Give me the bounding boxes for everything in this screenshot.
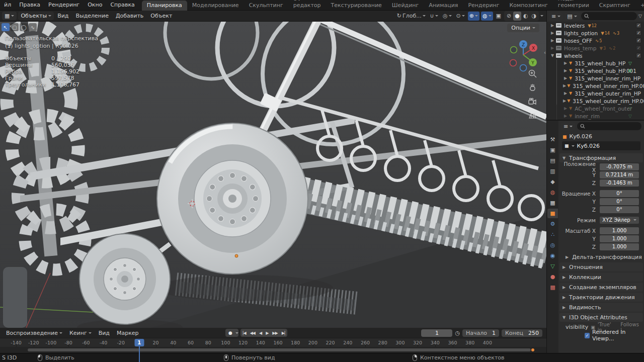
properties-editor-type-selector[interactable]: ≡ [561, 122, 575, 131]
outliner-item-name[interactable]: inner_rim [575, 113, 600, 119]
gizmo-minus-z-axis[interactable] [520, 65, 527, 71]
shading-wireframe[interactable]: ⊘ [505, 12, 513, 21]
collapse-arrow-icon[interactable]: ▶ [563, 99, 566, 103]
panel-header-коллекции[interactable]: ▶Коллекции [559, 273, 643, 282]
workspace-tab[interactable]: Анимация [424, 1, 463, 11]
visibility-checkbox[interactable]: ✓ [636, 30, 641, 36]
grid-ortho-icon[interactable] [528, 111, 537, 121]
output-tab-icon[interactable]: ▤ [547, 156, 558, 165]
rotation-x-field[interactable]: 0° [600, 190, 639, 197]
workspace-tab[interactable]: Планировка [142, 1, 187, 11]
next-keyframe-button[interactable]: ▶▶ [270, 331, 279, 335]
texture-tab-icon[interactable]: ▩ [547, 283, 558, 292]
jump-to-start-button[interactable]: |◀ [240, 331, 248, 335]
sidebar-collapse-arrow[interactable]: ‹ [544, 50, 546, 55]
outliner-row[interactable]: ▶▼AC_wheel_front_outer▽ [547, 105, 644, 112]
gizmo-minus-y-axis[interactable] [511, 47, 517, 53]
collection-tab-icon[interactable]: ▦ [547, 198, 558, 208]
workspace-tab[interactable]: Композитинг [505, 1, 553, 11]
collapse-arrow-icon[interactable]: ▶ [563, 91, 568, 96]
viewport-3d-scene[interactable]: ↖▢◯∿ Пользовательская перспектива (1) li… [0, 22, 546, 328]
scale-y-field[interactable]: 1.000 [600, 235, 639, 242]
menu-item[interactable]: Справка [106, 2, 138, 8]
playhead[interactable]: 1 [134, 339, 144, 346]
scale-z-field[interactable]: 1.000 [600, 243, 639, 250]
visibility-checkbox[interactable]: ✓ [636, 23, 641, 28]
menu-item[interactable]: Рендеринг [44, 2, 84, 8]
jump-to-end-button[interactable]: ▶| [280, 331, 287, 335]
outliner-row[interactable]: ▼wheels✓ [547, 52, 644, 59]
timeline-track[interactable] [0, 347, 546, 353]
outliner-item-name[interactable]: 315_wheel_hub_HP [575, 60, 625, 66]
collapse-arrow-icon[interactable]: ▶ [563, 114, 568, 118]
constraints-tab-icon[interactable]: ◉ [547, 251, 558, 260]
modifiers-tab-icon[interactable]: ⚙ [547, 219, 558, 229]
object-name-field[interactable]: ■ Куб.026 [562, 141, 640, 150]
outliner-row[interactable]: ▶lights_option▼14∿3✓ [547, 29, 644, 37]
outliner-filter-type-dropdown[interactable]: ▤ [565, 12, 579, 21]
outliner-row[interactable]: ▶▼315_wheel_inner_rim_HP [547, 74, 644, 82]
timeline-scrollbar[interactable] [28, 348, 531, 351]
collapse-arrow-icon[interactable]: ▶ [563, 83, 566, 88]
outliner-item-name[interactable]: 315_wheel_outer_rim_HP [575, 90, 641, 97]
collapse-arrow-icon[interactable]: ▶ [550, 38, 555, 43]
panel-header-видимость[interactable]: ▶Видимость [559, 303, 643, 312]
outliner-row[interactable]: ▶hoses_OFF∿5✓ [547, 37, 644, 44]
select-box-tool[interactable]: ▢ [11, 23, 19, 31]
workspace-tab[interactable]: Скульптинг [244, 1, 288, 11]
outliner-display-mode-dropdown[interactable]: ≡ [549, 12, 563, 21]
outliner-row[interactable]: ▶levelers▼12✓ [547, 22, 644, 29]
outliner-item-name[interactable]: hoses_OFF [564, 38, 592, 44]
prev-keyframe-button[interactable]: ◀◀ [248, 331, 257, 335]
collapse-arrow-icon[interactable]: ▶ [550, 31, 555, 35]
shading-material-preview[interactable]: ◐ [522, 12, 530, 21]
outliner-item-name[interactable]: lights_option [564, 30, 598, 36]
editor-type-selector[interactable]: ▦ [2, 12, 17, 20]
viewport-menu-item[interactable]: Выделение [72, 11, 112, 21]
material-tab-icon[interactable]: ● [547, 272, 558, 282]
workspace-tab[interactable]: UV-редактор [288, 0, 326, 11]
outliner-item-name[interactable]: wheels [564, 53, 583, 59]
outliner-row[interactable]: ▶▼315_wheel_outer_rim_HP.001 [547, 97, 644, 105]
chevron-down-icon[interactable] [540, 15, 543, 18]
outliner-row[interactable]: ▶▼315_wheel_inner_rim_HP.001 [547, 82, 644, 89]
workspace-tab[interactable]: Ноды геометрии [553, 0, 594, 11]
i3d-attributes-panel-header[interactable]: ▼ I3D Object Attributes [559, 313, 643, 322]
pan-hand-icon[interactable] [528, 83, 537, 93]
timeline-menu-item[interactable]: Маркер [114, 330, 142, 336]
outliner-row[interactable]: ▶▼315_wheel_outer_rim_HP [547, 89, 644, 97]
select-circle-tool[interactable]: ◯ [20, 23, 28, 31]
navigation-gizmo[interactable]: Z X Y [507, 40, 539, 72]
checkbox-checked-icon[interactable]: ✓ [585, 333, 590, 338]
transform-orientation-dropdown[interactable]: ↻Глоб... [395, 12, 427, 21]
outliner-row[interactable]: ▶▼315_wheel_hub_HP▽ [547, 59, 644, 67]
scene-tab-icon[interactable]: ◆ [547, 177, 558, 187]
mode-selector[interactable]: Объекты [18, 12, 54, 20]
panel-header-создание-экземпляров[interactable]: ▶Создание экземпляров [559, 283, 643, 292]
collapse-arrow-icon[interactable]: ▶ [563, 61, 568, 65]
outliner-search-input[interactable] [581, 12, 637, 20]
shading-solid[interactable]: ● [513, 12, 521, 21]
rotation-mode-dropdown[interactable]: XYZ Эйлер [600, 217, 639, 224]
viewport-menu-item[interactable]: Добавить [112, 11, 147, 21]
select-lasso-tool[interactable]: ∿ [29, 23, 37, 31]
workspace-tab[interactable]: Шейдинг [387, 1, 424, 11]
object-data-tab-icon[interactable]: ▽ [547, 261, 558, 271]
delta-transform-subpanel[interactable]: ▶ Дельта-трансформация [558, 253, 644, 261]
object-visibility-dropdown[interactable]: ⊙ [455, 12, 466, 21]
menu-item[interactable]: Правка [15, 2, 44, 8]
play-button[interactable]: ▶ [264, 331, 270, 335]
timeline-menu-item[interactable]: Воспроизведение [3, 330, 65, 336]
world-tab-icon[interactable]: ◍ [547, 188, 558, 197]
workspace-tab[interactable]: + [635, 1, 644, 11]
frame-end-field[interactable]: Конец250 [502, 329, 542, 337]
gizmo-minus-x-axis[interactable] [510, 60, 517, 66]
timeline-menu-item[interactable]: Кеинг [66, 330, 95, 336]
outliner-item-name[interactable]: 315_wheel_hub_HP.001 [575, 68, 636, 74]
zoom-icon[interactable] [528, 69, 537, 78]
rotation-y-field[interactable]: 0° [600, 198, 639, 205]
collapse-arrow-icon[interactable]: ▶ [550, 46, 555, 50]
workspace-tab[interactable]: Текстурирование [326, 1, 387, 11]
record-button[interactable]: ● [225, 329, 238, 337]
outliner-row[interactable]: ▶▼inner_rim▽ [547, 112, 644, 120]
